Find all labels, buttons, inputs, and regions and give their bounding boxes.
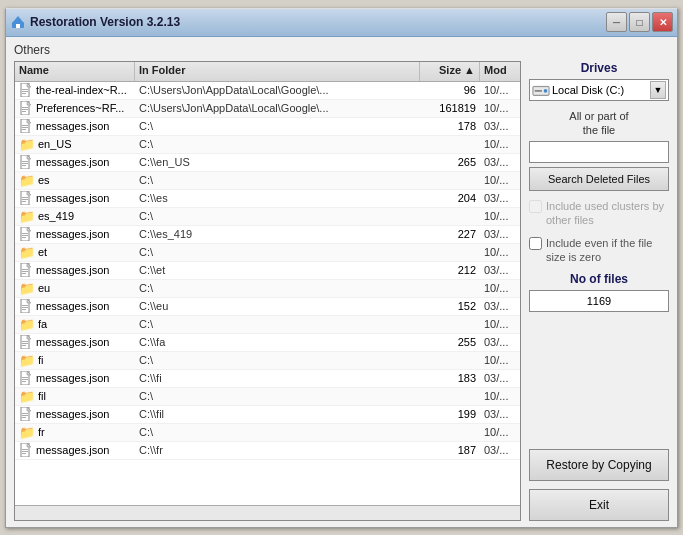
file-icon: [19, 263, 33, 277]
exit-button[interactable]: Exit: [529, 489, 669, 521]
table-row[interactable]: messages.json C:\\es 204 03/...: [15, 190, 520, 208]
minimize-button[interactable]: ─: [606, 12, 627, 32]
cell-name: messages.json: [15, 262, 135, 278]
cell-size: 199: [420, 407, 480, 421]
checkbox1[interactable]: [529, 200, 542, 213]
restore-button[interactable]: Restore by Copying: [529, 449, 669, 481]
svg-rect-66: [535, 90, 542, 92]
drive-dropdown-arrow[interactable]: ▼: [650, 81, 666, 99]
cell-name: 📁fi: [15, 352, 135, 369]
folder-icon: 📁: [19, 425, 35, 440]
table-row[interactable]: messages.json C:\\en_US 265 03/...: [15, 154, 520, 172]
cell-mod: 03/...: [480, 119, 520, 133]
right-panel: Drives Local Disk (C:) ▼ A: [529, 61, 669, 521]
cell-name: messages.json: [15, 226, 135, 242]
cell-name: messages.json: [15, 406, 135, 422]
table-row[interactable]: 📁es_419 C:\ 10/...: [15, 208, 520, 226]
cell-size: [420, 395, 480, 397]
drives-label: Drives: [529, 61, 669, 75]
hscrollbar-track[interactable]: [15, 506, 520, 520]
svg-rect-41: [22, 307, 28, 308]
search-label: All or part of the file: [529, 109, 669, 138]
window-title: Restoration Version 3.2.13: [30, 15, 180, 29]
table-row[interactable]: 📁et C:\ 10/...: [15, 244, 520, 262]
table-row[interactable]: 📁fil C:\ 10/...: [15, 388, 520, 406]
file-list-body[interactable]: the-real-index~R... C:\Users\Jon\AppData…: [15, 82, 520, 505]
cell-mod: 10/...: [480, 353, 520, 367]
table-row[interactable]: 📁fr C:\ 10/...: [15, 424, 520, 442]
table-row[interactable]: messages.json C:\\fa 255 03/...: [15, 334, 520, 352]
cell-size: 212: [420, 263, 480, 277]
table-row[interactable]: messages.json C:\\fil 199 03/...: [15, 406, 520, 424]
folder-icon: 📁: [19, 281, 35, 296]
cell-name: 📁es: [15, 172, 135, 189]
svg-rect-35: [22, 269, 28, 270]
table-row[interactable]: 📁eu C:\ 10/...: [15, 280, 520, 298]
folder-icon: 📁: [19, 245, 35, 260]
file-icon: [19, 335, 33, 349]
cell-name: 📁fil: [15, 388, 135, 405]
svg-rect-6: [22, 91, 28, 92]
cell-mod: 03/...: [480, 155, 520, 169]
cell-mod: 10/...: [480, 137, 520, 151]
col-header-mod[interactable]: Mod: [480, 62, 520, 81]
table-row[interactable]: 📁fi C:\ 10/...: [15, 352, 520, 370]
svg-rect-32: [22, 237, 26, 238]
table-row[interactable]: 📁en_US C:\ 10/...: [15, 136, 520, 154]
no-of-files-input[interactable]: [529, 290, 669, 312]
cell-name: messages.json: [15, 370, 135, 386]
svg-rect-60: [22, 449, 28, 450]
cell-size: [420, 323, 480, 325]
cell-mod: 03/...: [480, 263, 520, 277]
cell-size: 227: [420, 227, 480, 241]
drive-combo[interactable]: Local Disk (C:) ▼: [529, 79, 669, 101]
svg-rect-11: [22, 109, 28, 110]
table-row[interactable]: messages.json C:\\fr 187 03/...: [15, 442, 520, 460]
horizontal-scrollbar[interactable]: [15, 505, 520, 520]
table-row[interactable]: Preferences~RF... C:\Users\Jon\AppData\L…: [15, 100, 520, 118]
cell-folder: C:\: [135, 389, 420, 403]
titlebar-left: Restoration Version 3.2.13: [10, 14, 180, 30]
close-button[interactable]: ✕: [652, 12, 673, 32]
col-header-folder[interactable]: In Folder: [135, 62, 420, 81]
svg-point-65: [544, 89, 548, 93]
table-row[interactable]: messages.json C:\\es_419 227 03/...: [15, 226, 520, 244]
table-row[interactable]: 📁fa C:\ 10/...: [15, 316, 520, 334]
folder-icon: 📁: [19, 209, 35, 224]
folder-icon: 📁: [19, 173, 35, 188]
cell-size: 255: [420, 335, 480, 349]
cell-folder: C:\\eu: [135, 299, 420, 313]
table-row[interactable]: messages.json C:\\eu 152 03/...: [15, 298, 520, 316]
search-input[interactable]: [529, 141, 669, 163]
col-header-size[interactable]: Size ▲: [420, 62, 480, 81]
table-row[interactable]: 📁es C:\ 10/...: [15, 172, 520, 190]
cell-size: [420, 287, 480, 289]
content-area: Others Name In Folder Size ▲ Mod the-rea…: [6, 37, 677, 527]
cell-mod: 03/...: [480, 443, 520, 457]
cell-folder: C:\\fi: [135, 371, 420, 385]
cell-size: 96: [420, 83, 480, 97]
cell-name: messages.json: [15, 190, 135, 206]
spacer: [529, 320, 669, 440]
file-icon: [19, 227, 33, 241]
cell-size: [420, 431, 480, 433]
file-icon: [19, 443, 33, 457]
checkbox1-label: Include used clusters by other files: [546, 199, 669, 228]
cell-size: [420, 143, 480, 145]
maximize-button[interactable]: □: [629, 12, 650, 32]
search-button[interactable]: Search Deleted Files: [529, 167, 669, 191]
checkbox2[interactable]: [529, 237, 542, 250]
table-row[interactable]: messages.json C:\\et 212 03/...: [15, 262, 520, 280]
table-row[interactable]: messages.json C:\ 178 03/...: [15, 118, 520, 136]
svg-rect-51: [22, 379, 28, 380]
table-row[interactable]: messages.json C:\\fi 183 03/...: [15, 370, 520, 388]
cell-name: 📁fa: [15, 316, 135, 333]
svg-rect-10: [22, 107, 28, 108]
cell-folder: C:\: [135, 119, 420, 133]
cell-folder: C:\: [135, 425, 420, 439]
col-header-name[interactable]: Name: [15, 62, 135, 81]
no-of-files-label: No of files: [529, 272, 669, 286]
drive-icon: [532, 83, 550, 97]
svg-rect-45: [22, 341, 28, 342]
table-row[interactable]: the-real-index~R... C:\Users\Jon\AppData…: [15, 82, 520, 100]
